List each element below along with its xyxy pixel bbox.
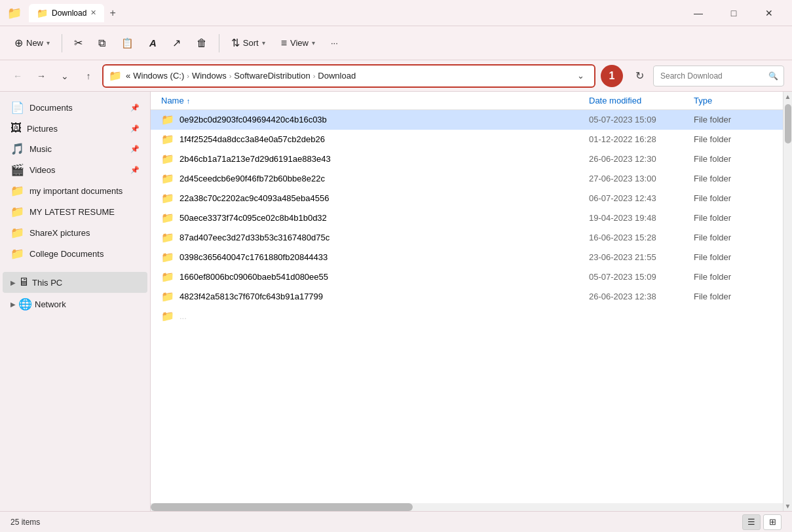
documents-icon: 📄 bbox=[10, 101, 24, 115]
back-button[interactable]: ← bbox=[8, 66, 28, 86]
table-row[interactable]: 📁 2d45ceedcb6e90f46fb72b60bbe8e22c 27-06… bbox=[151, 169, 783, 189]
sidebar-item-college[interactable]: 📁 College Documents bbox=[3, 244, 147, 264]
up-button[interactable]: ↑ bbox=[79, 66, 98, 86]
search-icon: 🔍 bbox=[768, 71, 778, 81]
folder-icon: 📁 bbox=[161, 172, 174, 185]
horizontal-scrollbar[interactable] bbox=[151, 503, 783, 511]
folder-icon: 📁 bbox=[161, 290, 174, 303]
breadcrumb-part-2[interactable]: SoftwareDistribution bbox=[234, 71, 310, 81]
cut-button[interactable]: ✂ bbox=[67, 33, 89, 53]
copy-button[interactable]: ⧉ bbox=[92, 33, 112, 53]
new-tab-btn[interactable]: + bbox=[109, 7, 115, 19]
file-name-cell: 📁 0398c365640047c1761880fb20844433 bbox=[161, 251, 589, 263]
cut-icon: ✂ bbox=[74, 37, 83, 49]
this-pc-arrow: ▶ bbox=[10, 279, 16, 286]
forward-button[interactable]: → bbox=[31, 66, 51, 86]
share-button[interactable]: ↗ bbox=[166, 33, 187, 53]
file-name: 2d45ceedcb6e90f46fb72b60bbe8e22c bbox=[179, 174, 325, 183]
this-pc-expand[interactable]: ▶ 🖥 This PC bbox=[3, 272, 147, 293]
file-type: File folder bbox=[694, 213, 772, 223]
network-arrow: ▶ bbox=[10, 301, 16, 308]
my-important-icon: 📁 bbox=[10, 184, 24, 198]
file-type: File folder bbox=[694, 174, 772, 183]
folder-icon: 📁 bbox=[161, 153, 174, 165]
view-button[interactable]: ≡ View ▾ bbox=[274, 33, 322, 53]
table-row[interactable]: 📁 22a38c70c2202ac9c4093a485eba4556 06-07… bbox=[151, 189, 783, 208]
more-button[interactable]: ··· bbox=[324, 34, 345, 52]
breadcrumb-part-1[interactable]: Windows bbox=[192, 71, 227, 81]
sidebar-item-pictures[interactable]: 🖼 Pictures 📌 bbox=[3, 119, 147, 138]
delete-button[interactable]: 🗑 bbox=[190, 33, 214, 53]
new-button[interactable]: ⊕ New ▾ bbox=[8, 33, 56, 53]
search-input[interactable] bbox=[660, 71, 766, 81]
refresh-button[interactable]: ↻ bbox=[630, 66, 649, 86]
tab-close-btn[interactable]: ✕ bbox=[90, 9, 96, 17]
table-row[interactable]: 📁 2b46cb1a71a213e7d29d6191ae883e43 26-06… bbox=[151, 149, 783, 169]
sidebar-item-sharex[interactable]: 📁 ShareX pictures bbox=[3, 223, 147, 243]
vertical-scrollbar[interactable]: ▲ ▼ bbox=[783, 92, 792, 511]
title-tab[interactable]: 📁 Download ✕ bbox=[29, 4, 104, 22]
column-headers[interactable]: Name ↑ Date modified Type bbox=[151, 92, 783, 110]
file-name: ... bbox=[179, 311, 187, 321]
col-header-type[interactable]: Type bbox=[694, 96, 772, 105]
sidebar-item-videos[interactable]: 🎬 Videos 📌 bbox=[3, 160, 147, 180]
toolbar-separator bbox=[62, 34, 62, 52]
sort-icon: ⇅ bbox=[231, 37, 240, 49]
breadcrumb-part-0[interactable]: Windows (C:) bbox=[133, 71, 184, 81]
rename-button[interactable]: A bbox=[143, 33, 163, 52]
sort-button[interactable]: ⇅ Sort ▾ bbox=[225, 33, 272, 53]
col-header-date[interactable]: Date modified bbox=[589, 96, 694, 105]
sidebar-item-music[interactable]: 🎵 Music 📌 bbox=[3, 139, 147, 159]
sidebar-item-resume[interactable]: 📁 MY LATEST RESUME bbox=[3, 202, 147, 222]
address-dropdown-btn[interactable]: ⌄ bbox=[572, 67, 589, 85]
file-date: 16-06-2023 15:28 bbox=[589, 233, 694, 242]
file-list: 📁 0e92bc0d2903fc049694420c4b16c03b 05-07… bbox=[151, 110, 783, 503]
col-header-name[interactable]: Name ↑ bbox=[161, 96, 589, 105]
address-bar[interactable]: 📁 « Windows (C:) › Windows › SoftwareDis… bbox=[102, 64, 595, 88]
recent-locations-button[interactable]: ⌄ bbox=[55, 66, 75, 86]
scroll-down-btn[interactable]: ▼ bbox=[785, 503, 791, 510]
table-row[interactable]: 📁 ... bbox=[151, 307, 783, 326]
search-box[interactable]: 🔍 bbox=[653, 66, 784, 86]
table-row[interactable]: 📁 50aece3373f74c095ce02c8b4b1b0d32 19-04… bbox=[151, 208, 783, 228]
file-name-cell: 📁 22a38c70c2202ac9c4093a485eba4556 bbox=[161, 192, 589, 204]
v-scrollbar-thumb[interactable] bbox=[785, 104, 791, 143]
file-name: 1f4f25254da8dcc3a84e0a57cb2deb26 bbox=[179, 134, 325, 144]
breadcrumb-part-3[interactable]: Download bbox=[318, 71, 356, 81]
folder-icon: 📁 bbox=[161, 231, 174, 244]
resume-icon: 📁 bbox=[10, 205, 24, 219]
file-name-cell: 📁 0e92bc0d2903fc049694420c4b16c03b bbox=[161, 113, 589, 126]
pin-icon-pictures: 📌 bbox=[130, 124, 140, 133]
file-name-cell: 📁 2b46cb1a71a213e7d29d6191ae883e43 bbox=[161, 153, 589, 165]
close-btn[interactable]: ✕ bbox=[754, 3, 784, 23]
grid-view-btn[interactable]: ⊞ bbox=[763, 514, 782, 530]
scroll-up-btn[interactable]: ▲ bbox=[785, 93, 791, 100]
file-name-cell: 📁 1f4f25254da8dcc3a84e0a57cb2deb26 bbox=[161, 133, 589, 145]
network-expand[interactable]: ▶ 🌐 Network bbox=[3, 294, 147, 315]
status-bar: 25 items ☰ ⊞ bbox=[0, 511, 792, 532]
share-icon: ↗ bbox=[172, 37, 181, 49]
table-row[interactable]: 📁 1f4f25254da8dcc3a84e0a57cb2deb26 01-12… bbox=[151, 130, 783, 149]
main-area: 📄 Documents 📌 🖼 Pictures 📌 🎵 Music 📌 🎬 V… bbox=[0, 92, 792, 511]
minimize-btn[interactable]: — bbox=[683, 3, 713, 23]
sidebar-item-my-important[interactable]: 📁 my important documents bbox=[3, 181, 147, 201]
folder-icon: 📁 bbox=[161, 133, 174, 145]
paste-icon: 📋 bbox=[121, 37, 134, 49]
maximize-btn[interactable]: □ bbox=[719, 3, 749, 23]
file-name: 0398c365640047c1761880fb20844433 bbox=[179, 252, 328, 262]
sidebar-label-sharex: ShareX pictures bbox=[29, 228, 90, 238]
toolbar-separator-2 bbox=[219, 34, 219, 52]
h-scrollbar-thumb[interactable] bbox=[151, 503, 413, 511]
sidebar-item-documents[interactable]: 📄 Documents 📌 bbox=[3, 98, 147, 118]
table-row[interactable]: 📁 4823f42a5813c7f670fc643b91a17799 26-06… bbox=[151, 287, 783, 307]
table-row[interactable]: 📁 1660ef8006bc09060baeb541d080ee55 05-07… bbox=[151, 267, 783, 287]
table-row[interactable]: 📁 87ad407eec3d27d33b53c3167480d75c 16-06… bbox=[151, 228, 783, 248]
paste-button[interactable]: 📋 bbox=[115, 33, 140, 53]
list-view-btn[interactable]: ☰ bbox=[742, 514, 761, 530]
table-row[interactable]: 📁 0e92bc0d2903fc049694420c4b16c03b 05-07… bbox=[151, 110, 783, 130]
file-name-cell: 📁 87ad407eec3d27d33b53c3167480d75c bbox=[161, 231, 589, 244]
file-area: Name ↑ Date modified Type 📁 0e92bc0d2903… bbox=[151, 92, 783, 511]
file-name: 50aece3373f74c095ce02c8b4b1b0d32 bbox=[179, 213, 327, 223]
table-row[interactable]: 📁 0398c365640047c1761880fb20844433 23-06… bbox=[151, 248, 783, 267]
network-icon: 🌐 bbox=[18, 297, 32, 311]
